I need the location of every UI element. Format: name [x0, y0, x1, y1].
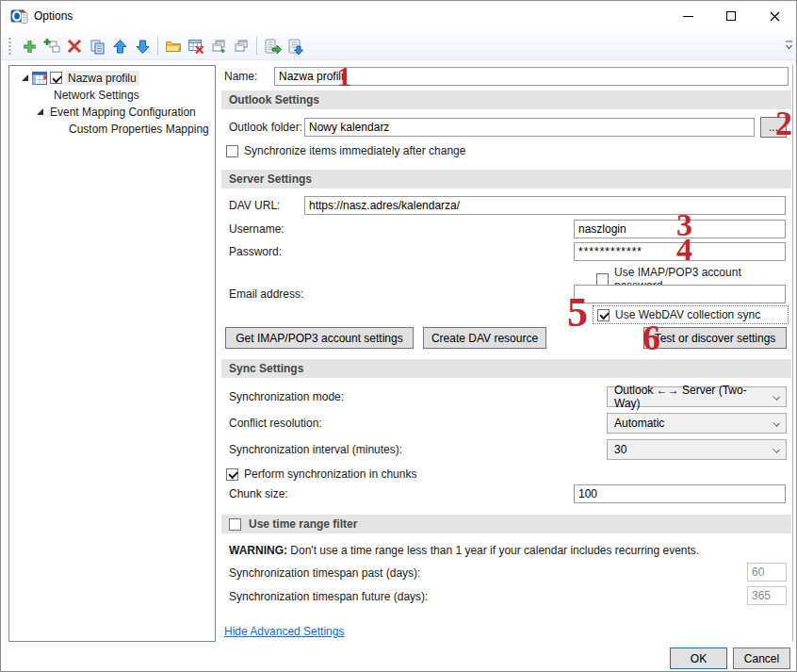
sync-mode-label: Synchronization mode:	[229, 390, 344, 403]
expand-all-icon	[210, 38, 227, 55]
settings-panel: Name: Outlook Settings Outlook folder: .…	[221, 65, 793, 642]
add-multiple-icon	[43, 38, 60, 55]
sync-settings-header: Sync Settings	[221, 359, 791, 378]
open-folder-button[interactable]	[162, 35, 185, 57]
sync-immediately-checkbox[interactable]	[226, 145, 238, 157]
toolbar-grip[interactable]	[8, 37, 12, 56]
email-label: Email address:	[229, 287, 574, 301]
username-label: Username:	[229, 222, 574, 236]
sync-immediately-label: Synchronize items immediately after chan…	[244, 144, 465, 157]
chevron-down-icon	[773, 446, 780, 453]
use-webdav-sync-label: Use WebDAV collection sync	[615, 308, 760, 321]
export-profiles-button[interactable]	[261, 35, 284, 57]
sync-mode-dropdown[interactable]: Outlook ←→ Server (Two-Way)	[607, 386, 787, 407]
tree-item-event-mapping[interactable]: Event Mapping Configuration	[9, 104, 215, 120]
chunk-size-label: Chunk size:	[229, 487, 574, 500]
sync-interval-label: Synchronization interval (minutes):	[229, 443, 402, 456]
password-label: Password:	[229, 245, 574, 258]
maximize-icon	[726, 11, 736, 21]
folder-icon	[165, 38, 182, 55]
timespan-future-input[interactable]	[747, 586, 787, 605]
browse-folder-button[interactable]: ...	[760, 117, 787, 138]
sync-interval-dropdown[interactable]: 30	[607, 439, 787, 460]
tree-item-label: Network Settings	[51, 88, 142, 103]
conflict-resolution-label: Conflict resolution:	[229, 417, 322, 430]
window-title: Options	[34, 9, 73, 23]
warning-label: WARNING:	[229, 544, 287, 557]
profile-checkbox[interactable]	[50, 72, 62, 84]
time-range-warning: WARNING: Don't use a time range less tha…	[229, 544, 787, 557]
move-up-button[interactable]	[108, 35, 131, 57]
username-input[interactable]	[574, 220, 786, 238]
get-imap-settings-button[interactable]: Get IMAP/POP3 account settings	[225, 327, 414, 349]
chevron-down-icon	[773, 419, 780, 427]
copy-profile-button[interactable]	[86, 35, 108, 57]
clear-grid-icon	[187, 38, 204, 55]
maximize-button[interactable]	[709, 1, 753, 31]
profile-name-input[interactable]	[274, 67, 789, 86]
cancel-button[interactable]: Cancel	[733, 647, 790, 669]
tree-item-label: Event Mapping Configuration	[47, 105, 199, 120]
use-webdav-sync-option[interactable]: Use WebDAV collection sync	[593, 305, 789, 324]
collapse-all-button[interactable]	[230, 35, 252, 57]
outlook-folder-input[interactable]	[304, 118, 755, 137]
timespan-past-input[interactable]	[747, 563, 787, 582]
password-input[interactable]	[574, 242, 786, 261]
expander-icon[interactable]	[37, 108, 43, 115]
tree-item-profile[interactable]: Nazwa profilu	[9, 70, 215, 86]
import-profiles-button[interactable]	[284, 35, 306, 57]
toolbar	[2, 33, 797, 60]
collapse-all-icon	[233, 38, 250, 55]
time-range-header: Use time range filter	[221, 515, 791, 533]
sync-mode-value: Outlook ←→ Server (Two-Way)	[614, 384, 765, 410]
chunks-label: Perform synchronization in chunks	[244, 467, 416, 481]
toolbar-overflow-icon[interactable]	[785, 41, 793, 52]
title-bar: Options	[1, 1, 796, 31]
use-webdav-sync-checkbox[interactable]	[597, 309, 610, 321]
warning-text: Don't use a time range less than 1 year …	[287, 544, 699, 557]
section-title: Sync Settings	[229, 362, 303, 375]
clear-cache-button[interactable]	[185, 35, 207, 57]
time-range-checkbox[interactable]	[229, 518, 241, 531]
minimize-icon	[683, 16, 693, 17]
close-icon	[770, 11, 780, 22]
import-icon	[286, 38, 304, 56]
test-settings-button[interactable]: Test or discover settings	[643, 327, 787, 349]
outlook-settings-header: Outlook Settings	[221, 90, 791, 109]
section-title: Outlook Settings	[229, 93, 319, 107]
dav-url-input[interactable]	[304, 196, 786, 215]
add-icon	[22, 39, 38, 55]
add-multiple-profiles-button[interactable]	[41, 35, 63, 57]
email-input[interactable]	[574, 285, 786, 303]
arrow-up-icon	[112, 39, 128, 55]
copy-icon	[89, 39, 106, 55]
dav-url-label: DAV URL:	[229, 199, 304, 212]
conflict-resolution-dropdown[interactable]: Automatic	[607, 413, 787, 434]
calendar-icon	[32, 72, 47, 85]
ok-button[interactable]: OK	[670, 647, 727, 669]
sync-interval-value: 30	[614, 443, 626, 456]
outlook-folder-label: Outlook folder:	[229, 121, 304, 134]
expand-all-button[interactable]	[207, 35, 230, 57]
toolbar-separator	[256, 37, 257, 56]
tree-item-label: Nazwa profilu	[65, 71, 139, 86]
tree-item-network-settings[interactable]: Network Settings	[9, 87, 215, 103]
delete-profile-button[interactable]	[63, 35, 86, 57]
section-title: Server Settings	[229, 172, 312, 186]
tree-item-custom-properties[interactable]: Custom Properties Mapping	[9, 121, 215, 137]
hide-advanced-settings-link[interactable]: Hide Advanced Settings	[224, 625, 344, 638]
add-profile-button[interactable]	[18, 35, 41, 57]
close-button[interactable]	[753, 1, 796, 31]
chunk-size-input[interactable]	[574, 484, 786, 503]
timespan-future-label: Synchronization timespan future (days):	[229, 590, 747, 603]
expander-icon[interactable]	[22, 74, 28, 81]
app-icon	[10, 8, 28, 25]
name-label: Name:	[224, 70, 274, 83]
chevron-down-icon	[773, 393, 780, 401]
create-dav-resource-button[interactable]: Create DAV resource	[423, 327, 546, 349]
tree-item-label: Custom Properties Mapping	[66, 122, 212, 137]
options-dialog: Options	[0, 0, 797, 672]
chunks-checkbox[interactable]	[226, 468, 238, 481]
minimize-button[interactable]	[666, 1, 709, 31]
move-down-button[interactable]	[131, 35, 154, 57]
